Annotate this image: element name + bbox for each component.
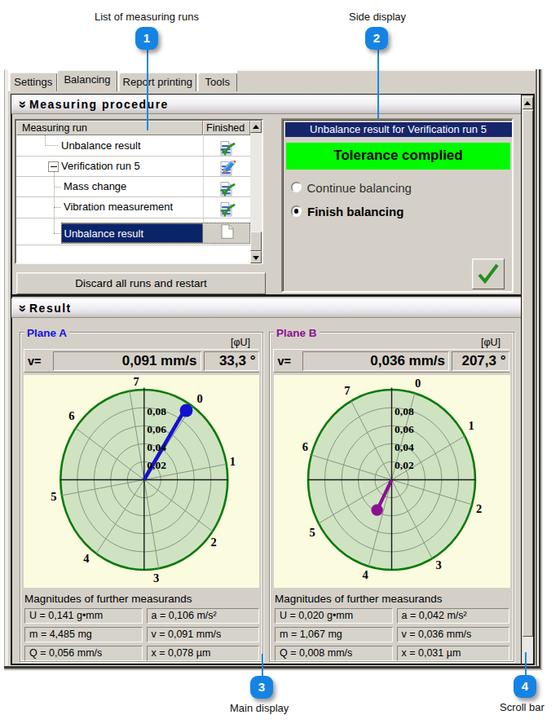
svg-text:5: 5 [51,490,56,503]
svg-text:0,06: 0,06 [395,423,414,435]
svg-text:5: 5 [310,526,315,539]
svg-text:2: 2 [210,536,216,549]
svg-text:3: 3 [435,558,441,571]
svg-text:0,02: 0,02 [147,459,166,471]
svg-text:6: 6 [302,440,308,453]
svg-text:7: 7 [133,375,139,388]
svg-text:0,04: 0,04 [395,441,414,453]
svg-text:0,02: 0,02 [395,459,414,471]
svg-text:6: 6 [68,409,74,422]
svg-text:0: 0 [196,392,202,405]
svg-text:1: 1 [229,455,235,468]
svg-text:0,08: 0,08 [395,405,414,417]
svg-text:0: 0 [415,377,421,390]
svg-text:0,06: 0,06 [147,423,166,435]
svg-text:4: 4 [83,552,89,565]
svg-text:1: 1 [469,419,474,432]
svg-text:4: 4 [363,568,368,581]
svg-text:7: 7 [344,384,350,397]
svg-text:2: 2 [476,502,482,515]
svg-text:0,08: 0,08 [147,405,166,417]
svg-text:0,04: 0,04 [147,441,166,453]
svg-text:3: 3 [152,571,158,585]
